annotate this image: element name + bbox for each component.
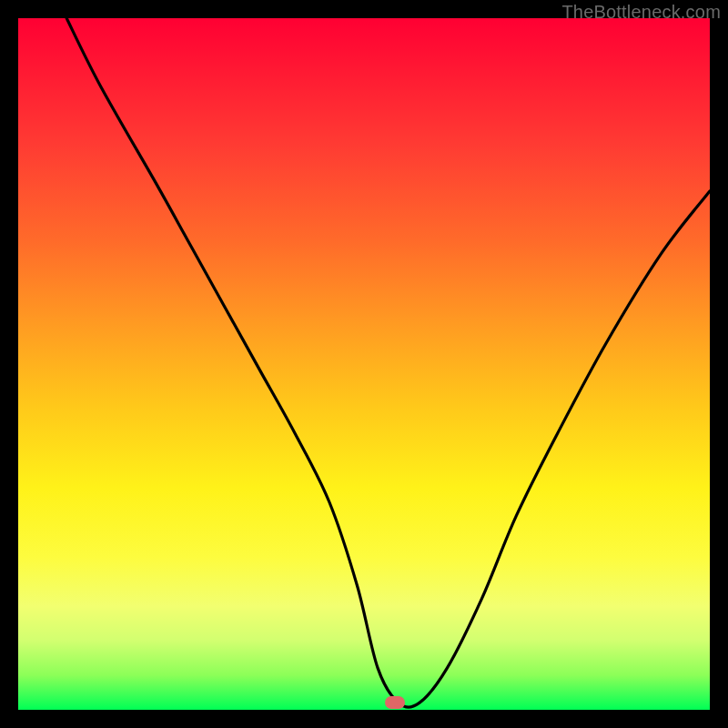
optimal-marker: [385, 696, 405, 709]
bottleneck-curve: [18, 18, 710, 710]
plot-area: [18, 18, 710, 710]
chart-frame: TheBottleneck.com: [0, 0, 728, 728]
watermark-text: TheBottleneck.com: [561, 2, 721, 23]
